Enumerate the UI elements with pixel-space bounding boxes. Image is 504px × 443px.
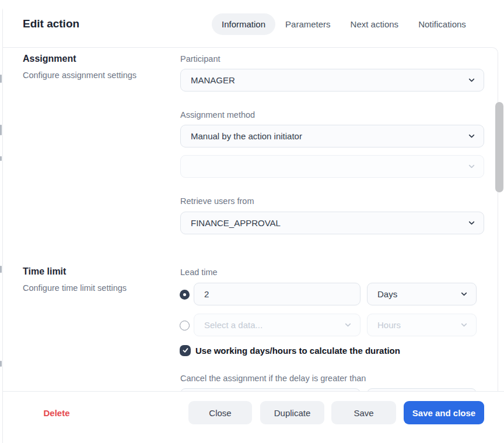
modal-footer: Delete Close Duplicate Save Save and clo… [3,391,504,443]
lead-time-label: Lead time [180,268,218,277]
tab-parameters[interactable]: Parameters [275,13,341,35]
lead-time-data-select[interactable]: Select a data... [194,314,360,336]
assignment-method-select-value: Manual by the action initiator [191,131,302,141]
chevron-down-icon [468,76,475,84]
section-desc-assignment: Configure assignment settings [23,71,136,80]
lead-time-data-unit-value: Hours [377,320,401,330]
chevron-down-icon [344,321,352,329]
chevron-down-icon [468,163,475,170]
cancel-delay-label: Cancel the assignment if the delay is gr… [180,374,366,383]
section-desc-time-limit: Configure time limit settings [23,283,127,293]
lead-time-data-placeholder: Select a data... [204,320,262,330]
participant-select-value: MANAGER [191,75,235,85]
chevron-down-icon [468,132,475,140]
background-page-fragment [0,156,2,161]
lead-time-value-input[interactable] [204,289,352,299]
participant-select[interactable]: MANAGER [180,69,484,92]
section-title-assignment: Assignment [23,54,76,64]
modal-body: Assignment Configure assignment settings… [3,47,498,392]
retrieve-users-from-select-value: FINANCE_APPROVAL [191,218,281,228]
background-page-fragment [0,266,2,273]
tab-bar: Information Parameters Next actions Noti… [212,13,476,35]
save-and-close-button[interactable]: Save and close [404,401,484,424]
vertical-scrollbar-thumb[interactable] [495,102,503,192]
chevron-down-icon [460,321,468,329]
lead-time-unit-value: Days [377,289,397,299]
lead-time-data-unit-select[interactable]: Hours [367,314,477,336]
page-title: Edit action [23,17,79,30]
participant-label: Participant [180,54,220,64]
chevron-down-icon [460,290,468,298]
lead-time-unit-select[interactable]: Days [367,283,477,305]
close-button[interactable]: Close [188,401,252,424]
background-page-fragment [0,75,2,83]
assignment-method-label: Assignment method [180,110,255,119]
check-icon [182,346,189,356]
working-days-checkbox[interactable] [180,345,191,356]
modal-header: Edit action Information Parameters Next … [3,5,504,47]
tab-information[interactable]: Information [212,13,275,35]
tab-next-actions[interactable]: Next actions [341,13,409,35]
retrieve-users-from-select[interactable]: FINANCE_APPROVAL [180,212,484,234]
secondary-select[interactable] [180,155,484,178]
chevron-down-icon [468,219,475,227]
edit-action-modal: Edit action Information Parameters Next … [2,5,504,443]
working-days-label: Use working days/hours to calculate the … [195,346,400,356]
section-title-time-limit: Time limit [23,266,66,277]
tab-notifications[interactable]: Notifications [408,13,476,35]
delete-button[interactable]: Delete [33,401,80,424]
background-page-fragment [0,361,2,367]
assignment-method-select[interactable]: Manual by the action initiator [180,125,484,147]
duplicate-button[interactable]: Duplicate [260,401,324,424]
lead-time-value-field[interactable] [194,283,360,305]
lead-time-data-radio[interactable] [180,321,190,331]
retrieve-users-from-label: Retrieve users from [180,196,254,206]
background-page-fragment [0,125,2,135]
save-button[interactable]: Save [331,401,396,424]
lead-time-fixed-radio[interactable] [180,290,190,300]
